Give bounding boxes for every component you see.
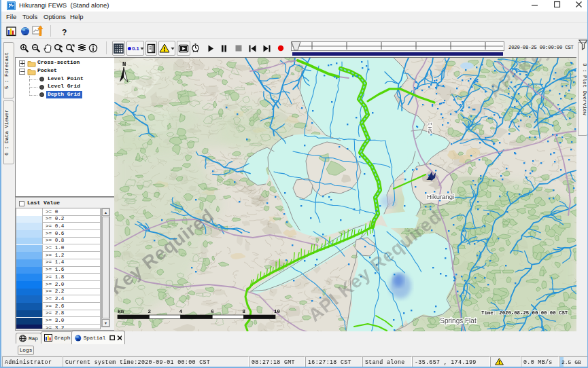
svg-text:Hikurangi: Hikurangi (427, 193, 454, 200)
svg-text:4: 4 (179, 309, 183, 314)
svg-text:SH 1: SH 1 (427, 122, 433, 134)
svg-text:N: N (122, 61, 126, 68)
svg-text:2: 2 (148, 309, 151, 314)
svg-text:Time: 2020-08-25 00:00:00 CST: Time: 2020-08-25 00:00:00 CST (481, 310, 568, 316)
svg-text:10: 10 (274, 309, 281, 314)
svg-text:8: 8 (243, 309, 246, 314)
svg-text:km: km (118, 309, 124, 314)
svg-text:6: 6 (211, 309, 214, 314)
svg-text:Springs Flat: Springs Flat (440, 317, 477, 325)
